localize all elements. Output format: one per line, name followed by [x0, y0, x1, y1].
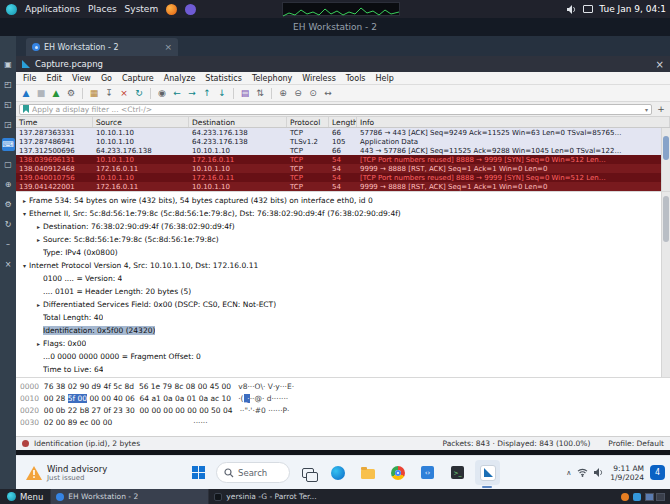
network-icon[interactable] — [577, 468, 588, 477]
save-file-icon[interactable]: ↧ — [102, 87, 116, 100]
menu-item[interactable]: Tools — [341, 74, 371, 83]
column-header[interactable]: Protocol — [287, 117, 329, 127]
menu-item[interactable]: Analyze — [159, 74, 201, 83]
detail-line[interactable]: .... 0101 = Header Length: 20 bytes (5) — [16, 285, 670, 298]
expander-icon[interactable]: ▾ — [20, 262, 29, 269]
terminal-icon[interactable] — [445, 460, 470, 485]
keyboard-icon[interactable]: ⌨ — [2, 138, 15, 151]
scrollbar-thumb[interactable] — [663, 196, 669, 242]
detail-line[interactable]: ...0 0000 0000 0000 = Fragment Offset: 0 — [16, 350, 670, 363]
detail-line[interactable]: ▾ Ethernet II, Src: 5c:8d:56:1e:79:8c (5… — [16, 207, 670, 220]
minimize-icon[interactable]: – — [2, 238, 15, 251]
packet-row[interactable]: 138.039696131 10.10.1.10 172.16.0.11 TCP… — [16, 155, 670, 164]
display-filter-input[interactable] — [32, 105, 642, 114]
detail-line[interactable]: ▸ Differentiated Services Field: 0x00 (D… — [16, 298, 670, 311]
chrome-icon[interactable] — [385, 460, 410, 485]
menu-item[interactable]: Statistics — [200, 74, 247, 83]
top-menu-item[interactable]: Applications — [25, 4, 80, 14]
close-session-icon[interactable]: × — [2, 258, 15, 271]
menu-item[interactable]: Capture — [117, 74, 159, 83]
menu-item[interactable]: Wireless — [297, 74, 340, 83]
detail-line[interactable]: ▸ Source: 5c:8d:56:1e:79:8c (5c:8d:56:1e… — [16, 233, 670, 246]
find-packet-icon[interactable]: ◉ — [155, 87, 169, 100]
top-menu-item[interactable]: System — [125, 4, 159, 14]
detail-line[interactable]: 0100 .... = Version: 4 — [16, 272, 670, 285]
task-view-icon[interactable] — [295, 460, 320, 485]
tab-close-icon[interactable]: × — [164, 42, 172, 52]
resize-icon[interactable]: ◰ — [2, 78, 15, 91]
search-box[interactable]: Search — [216, 462, 290, 483]
go-up-icon[interactable]: ↑ — [200, 87, 214, 100]
notification-icon[interactable] — [621, 493, 629, 501]
filter-add-button[interactable]: + — [655, 104, 667, 114]
system-monitor-graph[interactable] — [282, 2, 400, 16]
network-tray-icon[interactable] — [633, 493, 641, 501]
wireshark-icon[interactable] — [475, 460, 500, 485]
refresh-icon[interactable]: ↻ — [2, 218, 15, 231]
capture-options-icon[interactable]: ⚙ — [64, 87, 78, 100]
display-icon[interactable] — [583, 5, 593, 13]
capture-restart-icon[interactable]: ▲ — [49, 87, 63, 100]
menu-item[interactable]: View — [67, 74, 96, 83]
detail-line[interactable]: Type: IPv4 (0x0800) — [16, 246, 670, 259]
reload-icon[interactable]: ↻ — [132, 87, 146, 100]
filter-bookmark-icon[interactable] — [23, 105, 29, 113]
details-scrollbar[interactable] — [661, 192, 670, 377]
detail-line[interactable]: Identification: 0x5f00 (24320) — [16, 324, 670, 337]
volume-icon[interactable] — [594, 468, 604, 477]
column-header[interactable]: Info — [357, 117, 670, 127]
menu-button[interactable]: Menu — [0, 489, 50, 504]
menu-item[interactable]: Telephony — [247, 74, 297, 83]
detail-line[interactable]: ▾ Internet Protocol Version 4, Src: 10.1… — [16, 259, 670, 272]
browser-icon[interactable] — [185, 4, 196, 15]
edge-icon[interactable] — [325, 460, 350, 485]
detail-line[interactable]: Time to Live: 64 — [16, 363, 670, 376]
packet-row[interactable]: 139.040010756 10.10.1.10 172.16.0.11 TCP… — [16, 173, 670, 182]
menu-item[interactable]: File — [18, 74, 41, 83]
screenshot-icon[interactable]: ▢ — [2, 158, 15, 171]
column-header[interactable]: Source — [93, 117, 189, 127]
workspace-2[interactable] — [656, 493, 665, 501]
column-header[interactable]: Time — [16, 117, 93, 127]
notification-badge[interactable]: 4 — [650, 465, 665, 480]
firefox-icon[interactable] — [166, 4, 177, 15]
go-down-icon[interactable]: ↓ — [215, 87, 229, 100]
top-menu-item[interactable]: Places — [88, 4, 117, 14]
tab-eh-workstation[interactable]: EH Workstation - 2 × — [26, 38, 178, 56]
resize-columns-icon[interactable]: ↔ — [321, 87, 335, 100]
detail-line[interactable]: ▸ Flags: 0x00 — [16, 337, 670, 350]
widgets-weather-button[interactable]: Wind advisory Just issued — [22, 460, 111, 486]
colorize-icon[interactable]: ▤ — [238, 87, 252, 100]
taskbar-clock[interactable]: 9:11 AM 1/9/2024 — [610, 464, 644, 482]
column-header[interactable]: Length — [329, 117, 357, 127]
packet-row[interactable]: 139.041422001 172.16.0.11 10.10.1.10 TCP… — [16, 182, 670, 191]
zoom-reset-icon[interactable]: ⊙ — [306, 87, 320, 100]
start-button[interactable] — [186, 460, 211, 485]
vscode-icon[interactable] — [415, 460, 440, 485]
packet-row[interactable]: 137.287486941 10.10.1.10 64.233.176.138 … — [16, 137, 670, 146]
expander-icon[interactable]: ▸ — [34, 340, 43, 347]
scale-icon[interactable]: ◲ — [2, 118, 15, 131]
column-header[interactable]: Destination — [189, 117, 287, 127]
detail-line[interactable]: Total Length: 40 — [16, 311, 670, 324]
hex-row[interactable]: 0000 76 38 02 90 d9 4f 5c 8d 56 1e 79 8c… — [20, 381, 670, 393]
detail-line[interactable]: ▸ Destination: 76:38:02:90:d9:4f (76:38:… — [16, 220, 670, 233]
panel-clock[interactable]: Tue Jan 9, 04:1 — [599, 4, 666, 14]
menu-item[interactable]: Go — [96, 74, 117, 83]
fullscreen-icon[interactable]: ◱ — [2, 98, 15, 111]
expander-icon[interactable]: ▸ — [34, 301, 43, 308]
packet-list-scrollbar[interactable] — [661, 128, 670, 191]
hex-row[interactable]: 0030 02 00 89 ec 00 00 ······ — [20, 417, 670, 429]
hex-row[interactable]: 0020 00 0b 22 b8 27 0f 23 30 00 00 00 00… — [20, 405, 670, 417]
parrot-menu-icon[interactable] — [6, 4, 17, 15]
hex-row[interactable]: 0010 00 28 5f 00 00 00 40 06 64 a1 0a 0a… — [20, 393, 670, 405]
detail-line[interactable]: ▸ Frame 534: 54 bytes on wire (432 bits)… — [16, 194, 670, 207]
expander-icon[interactable]: ▸ — [34, 236, 43, 243]
window-list-button[interactable]: yersinia -G - Parrot Ter... — [208, 489, 366, 504]
monitor-icon[interactable]: ▣ — [2, 58, 15, 71]
expander-icon[interactable]: ▸ — [34, 223, 43, 230]
packet-row[interactable]: 137.312500696 64.233.176.138 10.10.1.10 … — [16, 146, 670, 155]
packet-row[interactable]: 137.287363331 10.10.1.10 64.233.176.138 … — [16, 128, 670, 137]
capture-start-icon[interactable]: ▲ — [19, 87, 33, 100]
open-file-icon[interactable]: ▦ — [87, 87, 101, 100]
